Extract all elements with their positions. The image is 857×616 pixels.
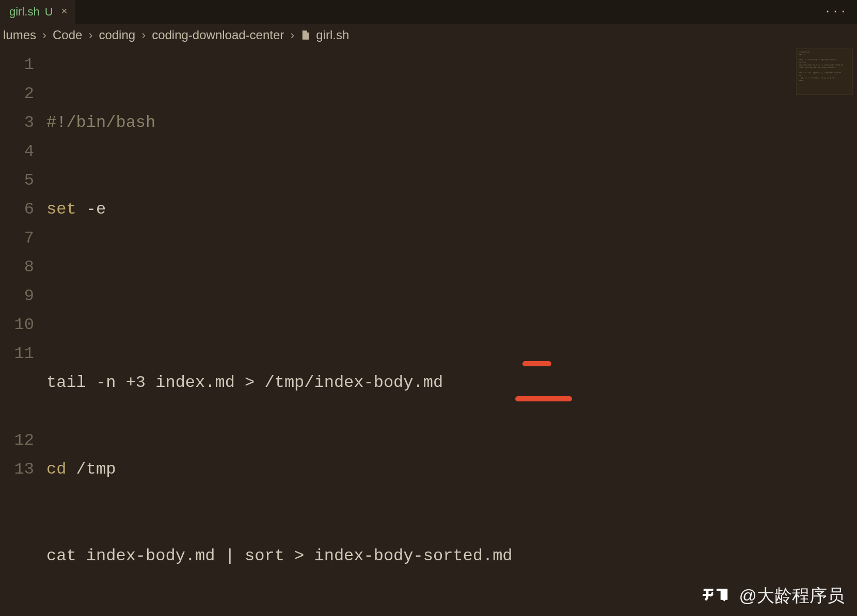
tab-girl-sh[interactable]: girl.sh U × [0, 0, 75, 24]
crumb-code[interactable]: Code [53, 28, 82, 42]
close-icon[interactable]: × [61, 6, 68, 18]
line-number: 11 [0, 339, 34, 426]
tab-git-status: U [45, 5, 53, 19]
svg-rect-2 [304, 37, 307, 37]
tab-name: girl.sh [9, 5, 40, 19]
code-line: set -e [46, 195, 857, 224]
annotation-mark [515, 396, 572, 401]
line-number: 9 [0, 282, 34, 311]
line-number: 3 [0, 108, 34, 137]
watermark: @大龄程序员 [700, 584, 845, 608]
line-number: 1 [0, 51, 34, 79]
line-number: 4 [0, 137, 34, 166]
line-number: 2 [0, 79, 34, 108]
code-line: tail -n +3 index.md > /tmp/index-body.md [46, 368, 857, 397]
code-line [46, 282, 857, 311]
crumb-file[interactable]: girl.sh [316, 28, 349, 42]
watermark-text: @大龄程序员 [739, 584, 845, 608]
more-actions-button[interactable]: ··· [815, 0, 857, 24]
code-line: cat index-body.md | sort > index-body-so… [46, 542, 857, 571]
code-line: #!/bin/bash [46, 108, 857, 137]
svg-rect-1 [304, 35, 308, 36]
code-editor[interactable]: #!/bin/bash set -e tail -n +3 index.md >… [46, 46, 857, 616]
line-number: 5 [0, 166, 34, 195]
line-number: 8 [0, 253, 34, 282]
line-number-gutter: 1 2 3 4 5 6 7 8 9 10 11 12 13 [0, 46, 46, 616]
svg-rect-0 [304, 34, 308, 35]
line-number: 6 [0, 195, 34, 224]
minimap[interactable]: #!/bin/bash set -e tail -n +3 index.md >… [796, 48, 853, 95]
line-number: 13 [0, 455, 34, 484]
chevron-right-icon: › [85, 28, 96, 42]
annotation-mark [522, 361, 551, 366]
chevron-right-icon: › [39, 28, 50, 42]
line-number: 10 [0, 311, 34, 339]
chevron-right-icon: › [138, 28, 149, 42]
chevron-right-icon: › [287, 28, 297, 42]
line-number: 12 [0, 426, 34, 455]
crumb-volumes[interactable]: lumes [3, 28, 36, 42]
crumb-coding[interactable]: coding [99, 28, 135, 42]
breadcrumb: lumes › Code › coding › coding-download-… [0, 24, 857, 46]
tab-bar: girl.sh U × ··· [0, 0, 857, 24]
crumb-coding-download-center[interactable]: coding-download-center [152, 28, 284, 42]
file-icon [300, 30, 311, 40]
zhihu-logo-icon [700, 586, 732, 606]
line-number: 7 [0, 224, 34, 253]
code-line: cd /tmp [46, 455, 857, 484]
